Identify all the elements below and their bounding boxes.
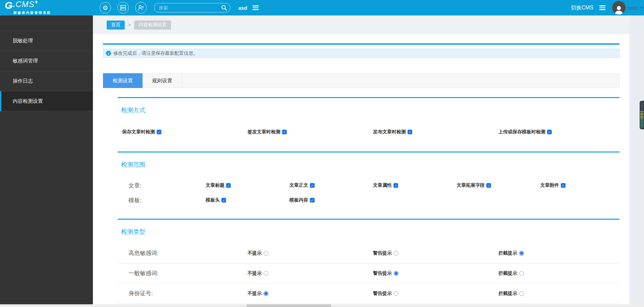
sidebar-item-内容检测设置[interactable]: 内容检测设置 bbox=[0, 91, 93, 111]
radio-button[interactable] bbox=[264, 251, 268, 256]
radio-option: 警告提示 bbox=[369, 270, 494, 276]
detect-type-row: 高危敏感词:不提示警告提示拦截提示 bbox=[118, 243, 620, 263]
info-alert: i 修改完成后，请注意保存最新配置信息。 bbox=[103, 49, 620, 58]
checkbox-label: 模板内容 bbox=[289, 197, 308, 203]
avatar[interactable] bbox=[612, 1, 626, 14]
checkbox[interactable]: ✓ bbox=[561, 183, 566, 188]
top-header: G power CMS + 新媒体内容管理系统 ⚙ asd bbox=[0, 0, 644, 15]
browser-extension-scroll-widget[interactable] bbox=[640, 101, 644, 129]
checkbox[interactable]: ✓ bbox=[221, 198, 226, 203]
sidebar-item-label: 脱敏处理 bbox=[13, 38, 33, 44]
section-title-detect-type: 检测类型 bbox=[121, 228, 620, 236]
info-alert-text: 修改完成后，请注意保存最新配置信息。 bbox=[113, 50, 198, 56]
breadcrumb-separator: > bbox=[128, 22, 131, 28]
radio-button[interactable] bbox=[394, 251, 398, 256]
checkbox[interactable]: ✓ bbox=[310, 183, 315, 188]
user-icon bbox=[138, 5, 144, 11]
logo-subtitle: 新媒体内容管理系统 bbox=[13, 11, 93, 15]
detect-type-row: 身份证号:不提示警告提示拦截提示 bbox=[118, 283, 620, 304]
checkbox[interactable]: ✓ bbox=[393, 183, 398, 188]
user-admin-button[interactable] bbox=[135, 2, 147, 13]
info-icon: i bbox=[106, 51, 111, 56]
sidebar: 脱敏处理敏感词管理操作日志内容检测设置 bbox=[0, 15, 93, 304]
radio-label: 警告提示 bbox=[373, 250, 392, 256]
checkbox[interactable]: ✓ bbox=[486, 183, 491, 188]
app-logo: G power CMS + 新媒体内容管理系统 bbox=[0, 0, 93, 15]
breadcrumb-home-button[interactable]: 首页 bbox=[107, 20, 125, 30]
radio-button[interactable] bbox=[519, 271, 524, 276]
horizontal-scrollbar-thumb[interactable] bbox=[247, 304, 331, 307]
checkbox-option: 文章属性✓ bbox=[369, 182, 452, 188]
detect-type-row-label: 高危敏感词: bbox=[118, 249, 243, 257]
radio-button[interactable] bbox=[394, 291, 398, 296]
radio-label: 拦截提示 bbox=[498, 250, 517, 256]
checkbox[interactable]: ✓ bbox=[157, 130, 161, 134]
detect-type-row: 一般敏感词:不提示警告提示拦截提示 bbox=[118, 263, 620, 283]
radio-button[interactable] bbox=[519, 291, 524, 296]
radio-button[interactable] bbox=[264, 271, 268, 276]
radio-label: 不提示 bbox=[248, 250, 262, 256]
radio-label: 警告提示 bbox=[373, 291, 392, 297]
tab-label: 规则设置 bbox=[152, 78, 172, 84]
breadcrumb-current-button[interactable]: 内容检测设置 bbox=[134, 20, 171, 30]
scope-row: 文章:文章标题✓文章正文✓文章属性✓文章拓展字段✓文章附件✓ bbox=[118, 178, 620, 193]
checkbox-option: 上传或保存模板时检测✓ bbox=[494, 129, 620, 135]
horizontal-scrollbar[interactable] bbox=[0, 304, 644, 307]
tab-规则设置[interactable]: 规则设置 bbox=[143, 74, 182, 88]
tab-检测设置[interactable]: 检测设置 bbox=[103, 73, 143, 88]
sidebar-item-label: 内容检测设置 bbox=[13, 98, 43, 104]
sidebar-item-label: 敏感词管理 bbox=[13, 58, 38, 64]
modules-button[interactable] bbox=[117, 2, 129, 13]
scope-row-label: 模板: bbox=[118, 196, 201, 204]
section-divider bbox=[118, 151, 620, 152]
radio-option: 不提示 bbox=[243, 270, 369, 276]
radio-button[interactable] bbox=[264, 291, 268, 296]
user-name: hello bbox=[628, 5, 638, 11]
checkbox[interactable]: ✓ bbox=[310, 198, 315, 203]
checkbox-label: 文章正文 bbox=[289, 182, 308, 188]
settings-button[interactable]: ⚙ bbox=[100, 2, 111, 13]
menu-icon[interactable] bbox=[253, 4, 259, 11]
detect-type-row-label: 身份证号: bbox=[118, 290, 243, 297]
radio-button[interactable] bbox=[394, 271, 398, 276]
radio-option: 不提示 bbox=[243, 250, 369, 256]
radio-label: 不提示 bbox=[248, 291, 262, 297]
radio-label: 不提示 bbox=[248, 270, 262, 276]
panel-top-accent-line bbox=[103, 43, 620, 45]
gear-icon: ⚙ bbox=[102, 5, 108, 11]
checkbox[interactable]: ✓ bbox=[282, 130, 287, 134]
list-icon bbox=[120, 5, 126, 10]
checkbox[interactable]: ✓ bbox=[408, 130, 412, 134]
chevron-down-icon bbox=[640, 7, 643, 9]
checkbox-label: 文章拓展字段 bbox=[457, 182, 485, 188]
checkbox-option: 发布文章时检测✓ bbox=[369, 129, 494, 135]
search-input[interactable] bbox=[154, 3, 230, 12]
scope-row: 模板:模板头✓模板内容✓ bbox=[118, 193, 620, 208]
radio-option: 警告提示 bbox=[369, 291, 494, 297]
search-icon[interactable] bbox=[221, 5, 227, 11]
checkbox-option: 保存文章时检测✓ bbox=[118, 129, 243, 135]
sidebar-item-脱敏处理[interactable]: 脱敏处理 bbox=[0, 31, 93, 51]
radio-label: 拦截提示 bbox=[498, 270, 517, 276]
checkbox-label: 保存文章时检测 bbox=[122, 129, 155, 135]
checkbox-label: 发布文章时检测 bbox=[373, 129, 406, 135]
switch-cms-button[interactable]: 切换CMS bbox=[571, 4, 594, 11]
user-dropdown[interactable]: hello bbox=[628, 5, 643, 11]
sidebar-item-操作日志[interactable]: 操作日志 bbox=[0, 71, 93, 91]
method-options-row: 保存文章时检测✓签发文章时检测✓发布文章时检测✓上传或保存模板时检测✓ bbox=[118, 127, 620, 137]
checkbox[interactable]: ✓ bbox=[226, 183, 231, 188]
header-search bbox=[154, 3, 230, 12]
shortcut-text[interactable]: asd bbox=[238, 5, 247, 11]
breadcrumb: 首页 > 内容检测设置 bbox=[93, 15, 630, 34]
tab-label: 检测设置 bbox=[113, 78, 133, 84]
right-menu-icon[interactable] bbox=[599, 4, 605, 11]
radio-button[interactable] bbox=[519, 251, 524, 256]
sidebar-item-敏感词管理[interactable]: 敏感词管理 bbox=[0, 51, 93, 71]
logo-plus: + bbox=[35, 0, 38, 5]
radio-option: 不提示 bbox=[243, 291, 369, 297]
logo-power-text: power bbox=[8, 5, 15, 7]
checkbox[interactable]: ✓ bbox=[547, 130, 552, 134]
checkbox-label: 签发文章时检测 bbox=[248, 129, 280, 135]
checkbox-option: 模板内容✓ bbox=[285, 197, 369, 203]
logo-name: CMS bbox=[15, 0, 34, 8]
